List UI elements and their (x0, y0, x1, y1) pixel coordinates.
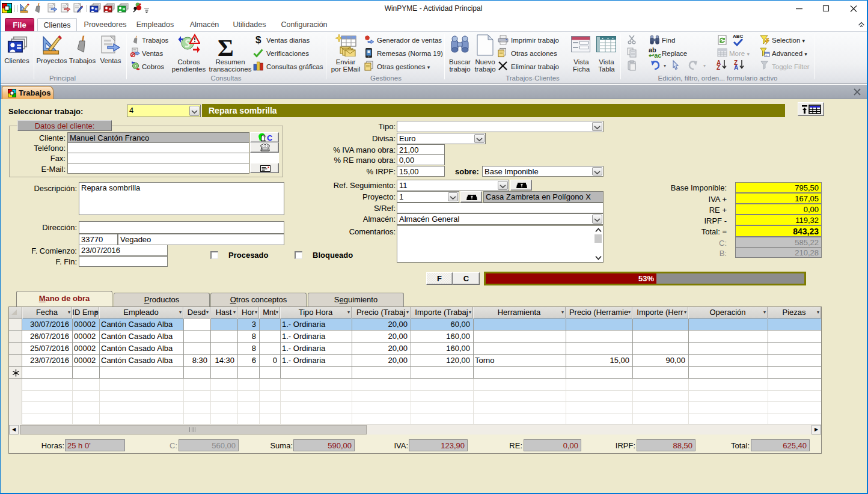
svg-text:C: C (267, 133, 272, 142)
